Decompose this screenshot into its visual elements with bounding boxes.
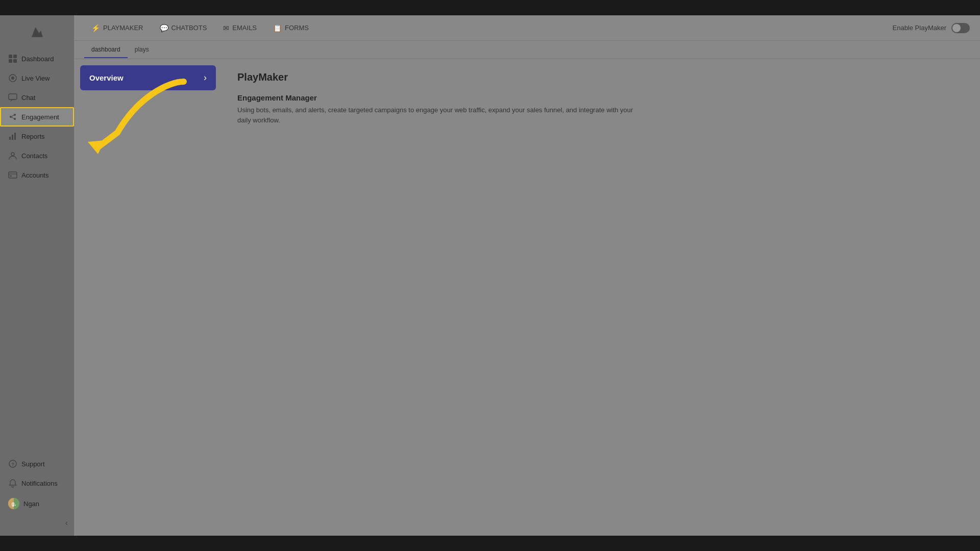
- sidebar-item-contacts[interactable]: Contacts: [0, 146, 74, 165]
- sidebar-item-support[interactable]: ? Support: [0, 454, 74, 473]
- emails-icon: ✉: [223, 24, 229, 32]
- svg-rect-0: [9, 55, 12, 58]
- playmaker-icon: ⚡: [91, 24, 100, 32]
- svg-rect-13: [12, 135, 13, 140]
- tab-emails-label: EMAILS: [232, 24, 257, 32]
- sidebar-item-notifications-label: Notifications: [21, 480, 58, 487]
- live-view-icon: [8, 73, 17, 83]
- sub-tab-dashboard-label: dashboard: [91, 46, 120, 53]
- sidebar-item-engagement[interactable]: Engagement: [0, 107, 74, 127]
- svg-point-5: [11, 77, 14, 80]
- support-icon: ?: [8, 459, 17, 468]
- dashboard-icon: [8, 54, 17, 63]
- page-title: PlayMaker: [237, 71, 965, 83]
- bottom-bar: [0, 536, 980, 551]
- logo-icon: [30, 25, 44, 39]
- sidebar-item-reports[interactable]: Reports: [0, 127, 74, 146]
- overview-card-arrow-icon: ›: [204, 72, 207, 83]
- sidebar-item-dashboard[interactable]: Dashboard: [0, 49, 74, 68]
- section-desc: Using bots, emails, and alerts, create t…: [237, 105, 646, 125]
- left-panel: Overview ›: [74, 59, 222, 536]
- sidebar-item-live-view-label: Live View: [21, 74, 50, 82]
- sidebar-item-user-label: Ngan: [23, 500, 39, 508]
- right-panel: PlayMaker Engagement Manager Using bots,…: [222, 59, 980, 536]
- sidebar-bottom: ? Support Notifications: [0, 454, 74, 536]
- top-bar: [0, 0, 980, 15]
- sub-nav: dashboard plays: [74, 41, 980, 59]
- sidebar-item-live-view[interactable]: Live View: [0, 68, 74, 88]
- sidebar-item-accounts[interactable]: Accounts: [0, 165, 74, 185]
- svg-point-7: [10, 116, 12, 118]
- top-nav-tabs: ⚡ PLAYMAKER 💬 CHATBOTS ✉ EMAILS 📋 FORMS: [84, 20, 316, 36]
- content-area: Overview › PlayMaker Engagement Manager …: [74, 59, 980, 536]
- app-logo[interactable]: [0, 19, 74, 45]
- section-title: Engagement Manager: [237, 93, 965, 102]
- tab-forms-label: FORMS: [285, 24, 309, 32]
- svg-rect-18: [10, 176, 12, 177]
- main-content: ⚡ PLAYMAKER 💬 CHATBOTS ✉ EMAILS 📋 FORMS: [74, 15, 980, 536]
- sub-tab-plays[interactable]: plays: [128, 42, 156, 58]
- top-nav: ⚡ PLAYMAKER 💬 CHATBOTS ✉ EMAILS 📋 FORMS: [74, 15, 980, 41]
- overview-card-title: Overview: [89, 73, 124, 82]
- sub-tab-dashboard[interactable]: dashboard: [84, 42, 128, 58]
- sidebar-item-support-label: Support: [21, 460, 45, 468]
- svg-line-11: [12, 117, 14, 118]
- sidebar-collapse-button[interactable]: ‹: [0, 514, 74, 532]
- svg-rect-12: [9, 137, 11, 140]
- contacts-icon: [8, 151, 17, 160]
- svg-point-8: [14, 114, 16, 116]
- sub-tab-plays-label: plays: [135, 46, 149, 53]
- svg-rect-14: [14, 133, 16, 140]
- svg-rect-3: [13, 59, 17, 63]
- svg-rect-2: [9, 59, 12, 63]
- chatbots-icon: 💬: [160, 24, 168, 32]
- sidebar-item-notifications[interactable]: Notifications: [0, 473, 74, 493]
- notifications-icon: [8, 479, 17, 488]
- reports-icon: [8, 132, 17, 141]
- tab-playmaker-label: PLAYMAKER: [103, 24, 143, 32]
- svg-text:?: ?: [12, 462, 15, 467]
- svg-point-9: [14, 118, 16, 120]
- tab-playmaker[interactable]: ⚡ PLAYMAKER: [84, 20, 151, 36]
- tab-forms[interactable]: 📋 FORMS: [266, 20, 316, 36]
- svg-rect-1: [13, 55, 17, 58]
- sidebar-item-contacts-label: Contacts: [21, 152, 47, 160]
- sidebar-item-engagement-label: Engagement: [21, 113, 59, 121]
- chat-icon: [8, 93, 17, 102]
- svg-line-10: [12, 115, 14, 116]
- sidebar-item-chat-label: Chat: [21, 94, 35, 102]
- enable-playmaker-label: Enable PlayMaker: [893, 24, 947, 32]
- tab-chatbots-label: CHATBOTS: [172, 24, 207, 32]
- engagement-icon: [8, 112, 17, 121]
- collapse-icon: ‹: [65, 518, 68, 528]
- tab-chatbots[interactable]: 💬 CHATBOTS: [153, 20, 214, 36]
- sidebar: Dashboard Live View Chat: [0, 15, 74, 536]
- sidebar-item-dashboard-label: Dashboard: [21, 55, 54, 63]
- sidebar-item-user[interactable]: g. Ngan: [0, 493, 74, 514]
- avatar-icon: g.: [8, 498, 19, 509]
- sidebar-item-accounts-label: Accounts: [21, 171, 48, 179]
- sidebar-item-reports-label: Reports: [21, 133, 45, 140]
- top-nav-right: Enable PlayMaker: [893, 23, 970, 33]
- overview-card[interactable]: Overview ›: [80, 65, 216, 90]
- svg-point-15: [11, 153, 14, 156]
- accounts-icon: [8, 170, 17, 180]
- forms-icon: 📋: [273, 24, 282, 32]
- svg-rect-6: [9, 94, 17, 99]
- sidebar-item-chat[interactable]: Chat: [0, 88, 74, 107]
- enable-playmaker-toggle[interactable]: [951, 23, 970, 33]
- tab-emails[interactable]: ✉ EMAILS: [216, 20, 264, 36]
- svg-rect-16: [9, 172, 17, 178]
